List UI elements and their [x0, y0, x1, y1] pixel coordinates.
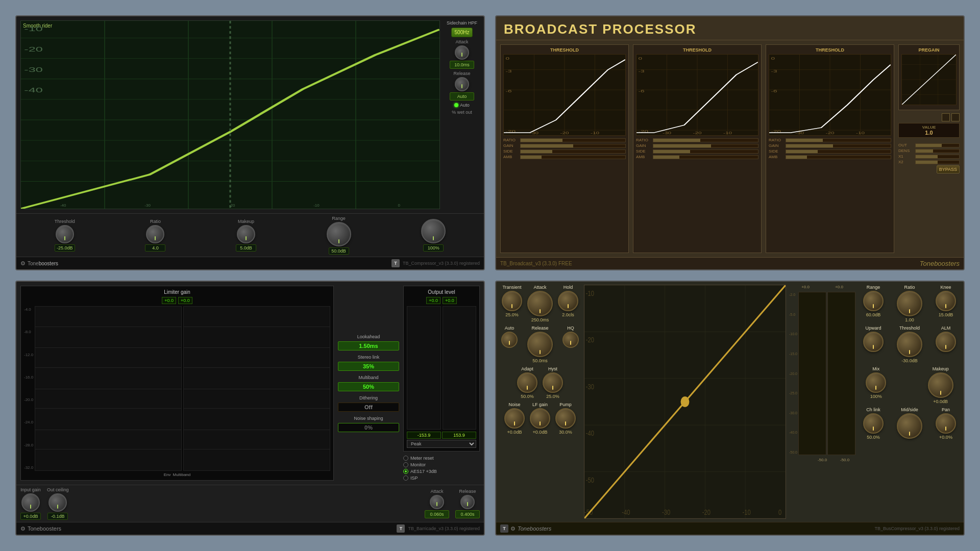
svg-text:-20: -20: [826, 131, 835, 135]
hold-knob[interactable]: [558, 291, 578, 311]
svg-text:-10: -10: [591, 131, 600, 135]
barricade-bottom: Input gain +0.0dB Out ceiling -0.1dB Att…: [16, 485, 484, 522]
lookahead-display: 1.50ms: [338, 341, 399, 350]
svg-text:-10: -10: [24, 25, 42, 33]
meter-top-values: +0.0 +0.0: [789, 285, 855, 289]
attack-knob-bc[interactable]: [527, 291, 553, 316]
noise-knob[interactable]: [504, 408, 525, 429]
checkbox2[interactable]: [951, 113, 960, 121]
attack-knob-bar[interactable]: [430, 495, 444, 509]
lf-gain-label: LF gain: [532, 402, 548, 407]
input-gain-knob[interactable]: [21, 493, 40, 512]
limiter-bar-r: [183, 306, 330, 471]
attack-label: Attack: [455, 39, 468, 44]
adapt-knob[interactable]: [517, 372, 537, 393]
bypass-button[interactable]: BYPASS: [937, 165, 960, 173]
meter-reset-radio[interactable]: Meter reset: [403, 456, 480, 461]
freq-button[interactable]: 500Hz: [451, 28, 473, 37]
range-knob-bc[interactable]: [863, 291, 884, 311]
hyst-label: Hyst: [548, 366, 557, 371]
out-ceiling-knob[interactable]: [48, 493, 67, 512]
hq-knob[interactable]: [562, 332, 579, 348]
makeup-knob-bc[interactable]: [928, 372, 953, 398]
makeup-section-bc: Makeup +0.0dB: [928, 366, 953, 404]
isp-radio[interactable]: ISP: [403, 475, 480, 481]
band1-amb-label: AMB: [503, 155, 519, 159]
ratio-knob-bc[interactable]: [897, 291, 922, 316]
ratio-value: 4.0: [145, 244, 165, 252]
lookahead-label: Lookahead: [338, 334, 399, 339]
auto-label-bc: Auto: [505, 325, 514, 331]
release-knob-bar[interactable]: [460, 495, 475, 509]
broadcast-footer: TB_Broadcast_v3 (3.3.0) FREE Tonebooster…: [496, 257, 964, 269]
range-label-bc: Range: [867, 285, 880, 290]
stereo-link-label: Stereo link: [338, 355, 399, 360]
midside-knob[interactable]: [897, 413, 922, 439]
aes17-label: AES17 +3dB: [410, 469, 437, 474]
release-knob[interactable]: [455, 77, 469, 91]
transient-label: Transient: [502, 285, 521, 290]
release-knob-bc[interactable]: [527, 332, 553, 357]
svg-text:0: 0: [638, 56, 642, 61]
noise-shaping-label: Noise shaping: [338, 416, 399, 421]
ratio-knob[interactable]: [146, 225, 164, 243]
isp-label: ISP: [410, 475, 418, 481]
meter-reset-label: Meter reset: [410, 456, 434, 461]
pan-knob[interactable]: [936, 413, 956, 434]
auto-knob-bc[interactable]: [501, 332, 518, 348]
buscomp-icon: T: [500, 524, 508, 533]
band3-params: RATIO GAIN SIDE AMB: [769, 138, 891, 159]
release-value-bar: 0.400s: [455, 510, 480, 518]
lf-gain-knob[interactable]: [530, 408, 550, 429]
lookahead-control: Lookahead 1.50ms: [338, 334, 399, 350]
dithering-display: Off: [338, 403, 399, 412]
output-type-select[interactable]: Peak RMS: [407, 440, 476, 448]
aes17-radio[interactable]: AES17 +3dB: [403, 469, 480, 474]
buscomp-meter-tracks: -2.0 -5.0 -10.0 -15.0 -20.0 -25.0 -30.0 …: [789, 292, 855, 455]
mix-knob[interactable]: [866, 372, 886, 393]
mix-value: 100%: [870, 394, 882, 399]
svg-text:-20: -20: [24, 45, 42, 53]
limiter-meters: -4.0 -8.0 -12.0 -16.0 -20.0 -24.0 -28.0 …: [24, 306, 330, 471]
alm-section: ALM: [936, 325, 956, 363]
transient-knob[interactable]: [502, 291, 522, 311]
hold-section: Hold 2.0cls: [558, 285, 578, 322]
release-value-bc: 50.0ms: [532, 358, 548, 363]
ratio-label: Ratio: [150, 219, 161, 224]
compressor-footer: ⚙ Toneboosters T TB_Compressor_v3 (3.3.0…: [16, 257, 484, 269]
makeup-knob[interactable]: [237, 225, 255, 243]
attack-section-bar: Attack 0.060s: [425, 489, 449, 518]
wet-param: 100%: [421, 219, 446, 252]
broadcast-band-3: THRESHOLD 0 -3 -6 -20: [766, 44, 894, 253]
limiter-peak-1: +0.0: [162, 297, 176, 304]
monitor-radio[interactable]: Monitor: [403, 462, 480, 467]
pump-knob[interactable]: [555, 408, 576, 429]
knee-knob[interactable]: [936, 291, 956, 311]
limiter-scale: -4.0 -8.0 -12.0 -16.0 -20.0 -24.0 -28.0 …: [24, 306, 33, 471]
buscomp-params-right: Range 60.0dB Ratio 1.00 Knee 15.0dB: [859, 285, 961, 519]
isp-circle: [403, 475, 408, 481]
range-knob[interactable]: [327, 222, 351, 246]
chlink-value: 50.0%: [867, 435, 880, 440]
alm-knob[interactable]: [936, 332, 956, 352]
threshold-knob-bc[interactable]: [897, 332, 922, 357]
buscomp-panel: Transient 25.0% Attack 250.0ms Hold 2.0c…: [495, 281, 965, 536]
pump-section: Pump 30.0%: [555, 402, 576, 435]
svg-text:-40: -40: [586, 429, 594, 438]
hyst-knob[interactable]: [543, 372, 563, 393]
limiter-gain-section: Limiter gain +0.0 +0.0 -4.0 -8.0 -12.0 -…: [20, 286, 334, 481]
broadcast-header: BROADCAST PROCESSOR: [496, 16, 964, 40]
threshold-knob[interactable]: [56, 225, 74, 243]
barricade-icon: T: [397, 524, 405, 533]
release-label: Release: [453, 71, 470, 76]
stereo-link-control: Stereo link 35%: [338, 355, 399, 371]
input-gain-value: +0.0dB: [20, 513, 41, 520]
chlink-knob[interactable]: [863, 413, 884, 434]
makeup-value-bc: +0.0dB: [933, 399, 948, 404]
checkbox1[interactable]: [942, 113, 950, 121]
upward-knob[interactable]: [863, 332, 884, 352]
wet-knob[interactable]: [421, 219, 446, 243]
pan-section: Pan +0.0%: [936, 407, 956, 440]
threshold-value-bc: -30.0dB: [901, 358, 918, 363]
attack-knob[interactable]: [455, 45, 469, 60]
